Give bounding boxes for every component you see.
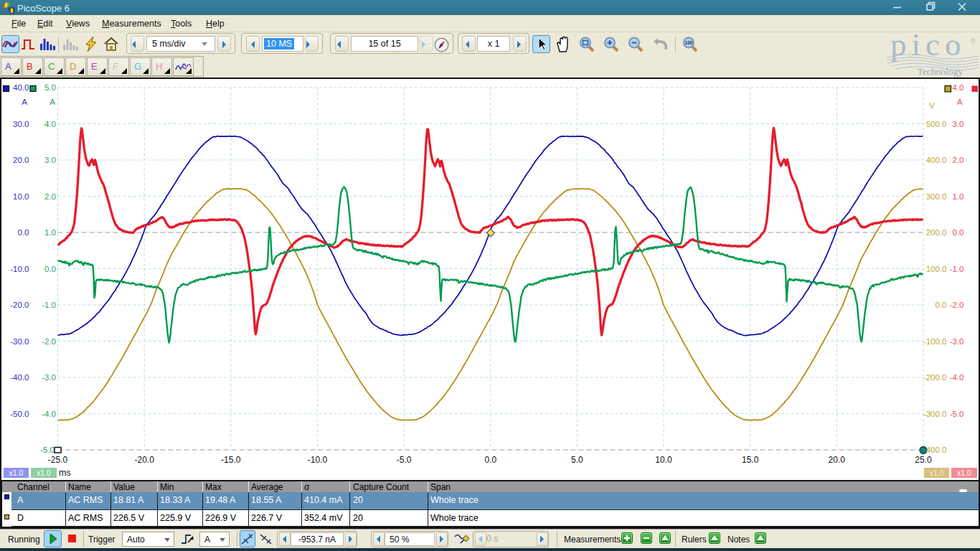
svg-text:3.0: 3.0 bbox=[44, 156, 56, 164]
svg-text:-15.0: -15.0 bbox=[221, 455, 241, 465]
svg-text:4.0: 4.0 bbox=[44, 120, 56, 128]
svg-text:-40.0: -40.0 bbox=[10, 373, 29, 382]
svg-text:0.0: 0.0 bbox=[484, 455, 496, 465]
svg-text:-3.0: -3.0 bbox=[42, 373, 56, 382]
svg-text:-2.0: -2.0 bbox=[950, 301, 964, 309]
svg-text:-5.0: -5.0 bbox=[950, 410, 964, 418]
svg-text:-10.0: -10.0 bbox=[308, 455, 328, 465]
svg-text:®: ® bbox=[971, 38, 976, 45]
svg-text:-30.0: -30.0 bbox=[10, 337, 29, 346]
svg-text:400.0: 400.0 bbox=[926, 156, 947, 164]
svg-text:0.0: 0.0 bbox=[44, 265, 56, 273]
svg-text:0.0: 0.0 bbox=[936, 301, 947, 309]
svg-text:pico: pico bbox=[890, 34, 966, 62]
svg-text:-2.0: -2.0 bbox=[42, 337, 56, 346]
svg-text:40.0: 40.0 bbox=[13, 83, 29, 92]
svg-text:ms: ms bbox=[59, 468, 71, 478]
svg-text:-4.0: -4.0 bbox=[42, 410, 56, 418]
svg-text:Technology: Technology bbox=[917, 66, 963, 77]
svg-text:A: A bbox=[22, 98, 27, 106]
svg-text:-200.0: -200.0 bbox=[923, 373, 947, 382]
svg-text:-3.0: -3.0 bbox=[950, 337, 964, 346]
svg-text:3.0: 3.0 bbox=[953, 120, 964, 128]
svg-text:25.0: 25.0 bbox=[915, 455, 932, 465]
svg-text:20.0: 20.0 bbox=[13, 156, 29, 164]
svg-text:0.0: 0.0 bbox=[18, 228, 29, 237]
svg-text:30.0: 30.0 bbox=[13, 120, 29, 128]
svg-text:100: 100 bbox=[685, 40, 693, 45]
svg-text:2.0: 2.0 bbox=[953, 156, 964, 164]
svg-text:200.0: 200.0 bbox=[926, 228, 947, 237]
svg-text:2.0: 2.0 bbox=[44, 192, 56, 201]
svg-text:-25.0: -25.0 bbox=[48, 455, 68, 465]
svg-text:-5.0: -5.0 bbox=[40, 446, 55, 454]
svg-text:100.0: 100.0 bbox=[926, 265, 947, 273]
svg-text:A: A bbox=[957, 98, 963, 106]
svg-text:1.0: 1.0 bbox=[953, 192, 964, 201]
svg-text:5.0: 5.0 bbox=[44, 83, 56, 92]
svg-text:15.0: 15.0 bbox=[742, 455, 759, 465]
svg-text:-10.0: -10.0 bbox=[10, 265, 29, 273]
svg-text:-1.0: -1.0 bbox=[950, 265, 964, 273]
svg-text:-20.0: -20.0 bbox=[135, 455, 155, 465]
svg-text:4.0: 4.0 bbox=[953, 83, 964, 92]
svg-text:-20.0: -20.0 bbox=[10, 301, 29, 309]
svg-text:5.0: 5.0 bbox=[571, 455, 583, 465]
svg-text:0.0: 0.0 bbox=[953, 228, 964, 237]
svg-text:A: A bbox=[50, 98, 55, 106]
svg-text:1.0: 1.0 bbox=[44, 228, 56, 237]
svg-text:-100.0: -100.0 bbox=[923, 337, 947, 346]
svg-text:10.0: 10.0 bbox=[655, 455, 672, 465]
svg-text:300.0: 300.0 bbox=[926, 192, 947, 201]
svg-text:400.0: 400.0 bbox=[926, 446, 947, 454]
svg-text:20.0: 20.0 bbox=[829, 455, 846, 465]
svg-text:-5.0: -5.0 bbox=[397, 455, 412, 465]
svg-text:-1.0: -1.0 bbox=[42, 301, 56, 309]
svg-text:500.0: 500.0 bbox=[926, 120, 947, 128]
svg-text:-4.0: -4.0 bbox=[950, 373, 964, 382]
svg-text:-300.0: -300.0 bbox=[923, 410, 947, 418]
svg-text:V: V bbox=[929, 101, 935, 110]
svg-text:10.0: 10.0 bbox=[13, 192, 29, 201]
svg-text:-50.0: -50.0 bbox=[10, 410, 29, 418]
